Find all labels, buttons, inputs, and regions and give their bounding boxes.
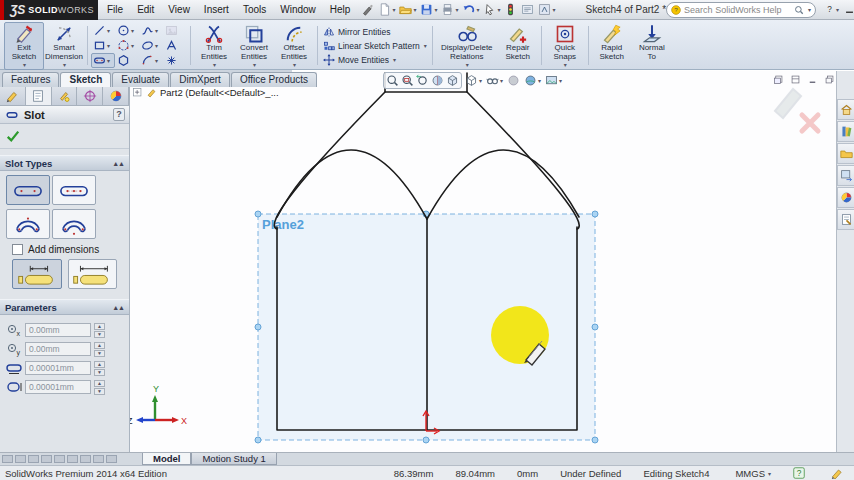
search-input[interactable]: ? Search SolidWorks Help ▾: [666, 2, 816, 18]
open-dropdown-icon[interactable]: ▾: [413, 6, 416, 13]
line-tool-button[interactable]: ▾: [91, 23, 115, 38]
display-delete-relations-dropdown-icon[interactable]: ▾: [466, 62, 469, 69]
add-dimensions-checkbox[interactable]: [12, 244, 23, 255]
graphics-viewport[interactable]: Plane2 Y X Z: [130, 71, 836, 452]
doc-cascade-button[interactable]: [772, 73, 785, 86]
file-properties-button[interactable]: [519, 1, 536, 19]
configurationmanager-tab[interactable]: [52, 87, 78, 105]
splitter-segment[interactable]: [15, 455, 26, 463]
splitter-segment[interactable]: [93, 455, 104, 463]
param-slot-length-spinner[interactable]: ▲▼: [94, 361, 105, 376]
doc-minimize-button[interactable]: [806, 73, 819, 86]
menu-edit[interactable]: Edit: [130, 1, 161, 18]
arc-dropdown-icon[interactable]: ▾: [155, 57, 158, 64]
slot-types-header[interactable]: Slot Types▲▲: [0, 155, 129, 171]
smart-dimension-button[interactable]: SmartDimension▾: [44, 22, 84, 70]
convert-entities-button[interactable]: ConvertEntities▾: [234, 22, 274, 70]
convert-entities-dropdown-icon[interactable]: ▾: [253, 62, 256, 69]
options-button[interactable]: ▾: [536, 1, 557, 19]
trim-entities-dropdown-icon[interactable]: ▾: [213, 62, 216, 69]
splitter-segment[interactable]: [28, 455, 39, 463]
view-settings-button[interactable]: ▾: [544, 73, 563, 88]
custom-properties-button[interactable]: [837, 209, 854, 230]
three-point-arc-slot-type-button[interactable]: [6, 209, 50, 239]
customize-button[interactable]: [359, 1, 376, 19]
help-dropdown-icon[interactable]: ▾: [836, 6, 839, 13]
add-dimensions-row[interactable]: Add dimensions: [6, 239, 123, 256]
quick-snaps-dropdown-icon[interactable]: ▾: [564, 62, 567, 69]
perimeter-circle-tool-button[interactable]: ▾: [115, 38, 139, 53]
tab-dimxpert[interactable]: DimXpert: [170, 72, 230, 87]
trim-entities-button[interactable]: TrimEntities▾: [194, 22, 234, 70]
centerpoint-arc-slot-type-button[interactable]: [52, 209, 96, 239]
quick-snaps-button[interactable]: QuickSnaps▾: [545, 22, 585, 70]
edit-appearance-button[interactable]: [506, 73, 521, 88]
move-entities-dropdown-icon[interactable]: ▾: [393, 56, 396, 63]
file-explorer-button[interactable]: [837, 143, 854, 164]
splitter-segment[interactable]: [67, 455, 78, 463]
save-dropdown-icon[interactable]: ▾: [434, 6, 437, 13]
splitter-segment[interactable]: [41, 455, 52, 463]
straight-slot-type-button[interactable]: [6, 175, 50, 205]
dimxpertmanager-tab[interactable]: [77, 87, 103, 105]
undo-button[interactable]: ▾: [460, 1, 481, 19]
display-delete-relations-button[interactable]: Display/DeleteRelations▾: [436, 22, 498, 70]
status-help-icon[interactable]: ?: [793, 467, 805, 479]
spline-dropdown-icon[interactable]: ▾: [155, 27, 158, 34]
confirmation-corner-ghost-icon[interactable]: [775, 89, 801, 118]
param-slot-width-field[interactable]: 0.00001mm: [25, 380, 91, 394]
param-slot-length-field[interactable]: 0.00001mm: [25, 361, 91, 375]
units-selector[interactable]: MMGS▾: [735, 468, 771, 479]
previous-view-button[interactable]: [415, 73, 430, 88]
help-button[interactable]: ?: [113, 108, 125, 121]
line-dropdown-icon[interactable]: ▾: [107, 27, 110, 34]
repair-sketch-button[interactable]: RepairSketch: [498, 22, 538, 64]
ok-check-button[interactable]: [5, 129, 21, 143]
splitter-segment[interactable]: [54, 455, 65, 463]
ellipse-dropdown-icon[interactable]: ▾: [155, 42, 158, 49]
featuremanager-tab[interactable]: [0, 87, 26, 105]
minimize-button[interactable]: [843, 3, 854, 16]
centerpoint-straight-slot-type-button[interactable]: [52, 175, 96, 205]
straight-slot-dropdown-icon[interactable]: ▾: [107, 57, 110, 64]
feature-tree-root[interactable]: Part2 (Default<<Default>_...: [132, 87, 279, 98]
cancel-sketch-ghost-icon[interactable]: [802, 115, 818, 131]
circle-dropdown-icon[interactable]: ▾: [131, 27, 134, 34]
corner-rectangle-tool-button[interactable]: ▾: [91, 38, 115, 53]
menu-help[interactable]: Help: [323, 1, 358, 18]
apply-scene-dropdown-icon[interactable]: ▾: [538, 77, 541, 84]
open-button[interactable]: ▾: [397, 1, 418, 19]
help-button[interactable]: ?▾: [823, 3, 840, 16]
propertymanager-tab[interactable]: [26, 87, 52, 105]
polygon-tool-button[interactable]: [115, 53, 139, 68]
text-tool-button[interactable]: [163, 38, 187, 53]
menu-window[interactable]: Window: [273, 1, 323, 18]
new-file-button[interactable]: ▾: [376, 1, 397, 19]
zoom-area-button[interactable]: [400, 73, 415, 88]
point-tool-button[interactable]: [163, 53, 187, 68]
linear-sketch-pattern-dropdown-icon[interactable]: ▾: [424, 42, 427, 49]
splitter-segment[interactable]: [106, 455, 117, 463]
perimeter-circle-dropdown-icon[interactable]: ▾: [131, 42, 134, 49]
plane-label[interactable]: Plane2: [262, 217, 304, 232]
displaymanager-tab[interactable]: [103, 87, 129, 105]
display-style-dropdown-icon[interactable]: ▾: [479, 77, 482, 84]
menu-tools[interactable]: Tools: [236, 1, 273, 18]
select-button[interactable]: ▾: [481, 1, 502, 19]
design-library-button[interactable]: [837, 121, 854, 142]
zoom-fit-button[interactable]: [385, 73, 400, 88]
hide-items-dropdown-icon[interactable]: ▾: [500, 77, 503, 84]
offset-entities-button[interactable]: OffsetEntities▾: [274, 22, 314, 70]
display-style-button[interactable]: ▾: [464, 73, 483, 88]
ellipse-tool-button[interactable]: ▾: [139, 38, 163, 53]
smart-dimension-dropdown-icon[interactable]: ▾: [63, 62, 66, 69]
menu-view[interactable]: View: [161, 1, 197, 18]
new-file-dropdown-icon[interactable]: ▾: [392, 6, 395, 13]
undo-dropdown-icon[interactable]: ▾: [476, 6, 479, 13]
parameters-header[interactable]: Parameters▲▲: [0, 299, 129, 315]
splitter-segment[interactable]: [80, 455, 91, 463]
options-dropdown-icon[interactable]: ▾: [552, 6, 555, 13]
menu-file[interactable]: File: [100, 1, 130, 18]
linear-sketch-pattern-button[interactable]: Linear Sketch Pattern▾: [321, 40, 429, 52]
normal-to-button[interactable]: NormalTo: [632, 22, 672, 64]
